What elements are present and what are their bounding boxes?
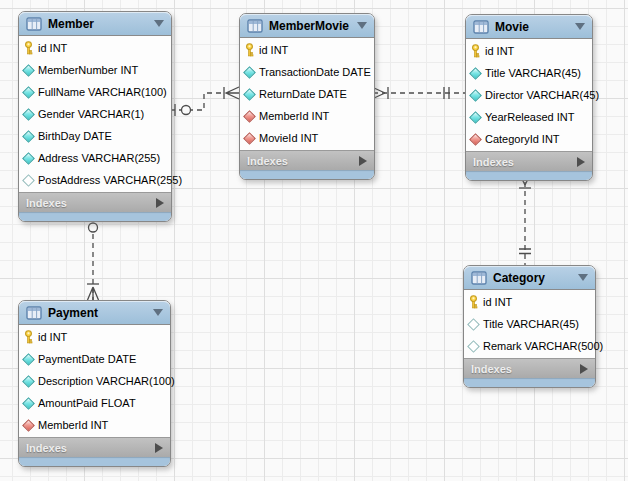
column-row[interactable]: Address VARCHAR(255) bbox=[19, 147, 171, 169]
table-icon bbox=[26, 306, 42, 320]
relationship-member-payment[interactable] bbox=[87, 216, 99, 300]
indexes-footer[interactable]: Indexes bbox=[19, 192, 171, 212]
table-movie[interactable]: Movie id INT Title VARCHAR(45) Director … bbox=[465, 14, 593, 181]
column-row[interactable]: AmountPaid FLOAT bbox=[19, 392, 170, 414]
expand-arrow-icon[interactable] bbox=[577, 157, 585, 167]
indexes-footer[interactable]: Indexes bbox=[240, 150, 374, 170]
expand-arrow-icon[interactable] bbox=[156, 198, 164, 208]
column-row[interactable]: PaymentDate DATE bbox=[19, 348, 170, 370]
indexes-footer[interactable]: Indexes bbox=[466, 151, 592, 171]
table-icon bbox=[247, 19, 263, 33]
table-payment[interactable]: Payment id INT PaymentDate DATE Descript… bbox=[18, 300, 171, 467]
collapse-arrow-icon[interactable] bbox=[153, 309, 163, 316]
indexes-label: Indexes bbox=[473, 156, 577, 168]
column-label: id INT bbox=[38, 331, 67, 343]
column-list: id INT PaymentDate DATE Description VARC… bbox=[19, 325, 170, 437]
column-row[interactable]: id INT bbox=[19, 37, 171, 59]
table-title: Movie bbox=[495, 20, 569, 34]
column-label: id INT bbox=[38, 42, 67, 54]
table-icon bbox=[471, 271, 487, 285]
eer-diagram-canvas: Member id INT MemberNumber INT FullName … bbox=[0, 0, 628, 481]
table-header[interactable]: Payment bbox=[19, 301, 170, 325]
column-label: Address VARCHAR(255) bbox=[38, 152, 160, 164]
column-notnull-icon bbox=[22, 108, 35, 121]
column-row[interactable]: Gender VARCHAR(1) bbox=[19, 103, 171, 125]
column-row[interactable]: MemberNumber INT bbox=[19, 59, 171, 81]
column-row[interactable]: id INT bbox=[240, 39, 374, 61]
column-label: AmountPaid FLOAT bbox=[38, 397, 136, 409]
column-notnull-icon bbox=[469, 67, 482, 80]
column-row[interactable]: BirthDay DATE bbox=[19, 125, 171, 147]
column-row[interactable]: Remark VARCHAR(500) bbox=[464, 335, 595, 357]
column-list: id INT Title VARCHAR(45) Remark VARCHAR(… bbox=[464, 290, 595, 358]
column-notnull-icon bbox=[469, 89, 482, 102]
column-row[interactable]: Title VARCHAR(45) bbox=[466, 62, 592, 84]
column-row[interactable]: Title VARCHAR(45) bbox=[464, 313, 595, 335]
expand-arrow-icon[interactable] bbox=[580, 364, 588, 374]
table-category[interactable]: Category id INT Title VARCHAR(45) Remark… bbox=[463, 265, 596, 388]
table-title: MemberMovie bbox=[269, 19, 351, 33]
table-header[interactable]: Category bbox=[464, 266, 595, 290]
primary-key-icon bbox=[23, 330, 34, 344]
column-label: PostAddress VARCHAR(255) bbox=[38, 174, 182, 186]
column-row[interactable]: TransactionDate DATE bbox=[240, 61, 374, 83]
column-list: id INT MemberNumber INT FullName VARCHAR… bbox=[19, 36, 171, 192]
table-header[interactable]: MemberMovie bbox=[240, 14, 374, 38]
column-row[interactable]: id INT bbox=[19, 326, 170, 348]
indexes-footer[interactable]: Indexes bbox=[464, 358, 595, 378]
table-header[interactable]: Movie bbox=[466, 15, 592, 39]
column-row[interactable]: id INT bbox=[466, 40, 592, 62]
column-row[interactable]: CategoryId INT bbox=[466, 128, 592, 150]
primary-key-icon bbox=[244, 43, 255, 57]
column-foreign-key-icon bbox=[22, 419, 35, 432]
column-list: id INT Title VARCHAR(45) Director VARCHA… bbox=[466, 39, 592, 151]
column-label: BirthDay DATE bbox=[38, 130, 112, 142]
expand-arrow-icon[interactable] bbox=[359, 156, 367, 166]
column-row[interactable]: FullName VARCHAR(100) bbox=[19, 81, 171, 103]
column-label: Title VARCHAR(45) bbox=[485, 67, 581, 79]
column-notnull-icon bbox=[22, 353, 35, 366]
column-notnull-icon bbox=[22, 397, 35, 410]
relationship-membermovie-movie[interactable] bbox=[373, 87, 465, 99]
column-row[interactable]: MemberId INT bbox=[240, 105, 374, 127]
column-nullable-icon bbox=[467, 340, 480, 353]
column-label: id INT bbox=[483, 296, 512, 308]
table-membermovie[interactable]: MemberMovie id INT TransactionDate DATE … bbox=[239, 13, 375, 180]
relationship-movie-category[interactable] bbox=[519, 173, 531, 265]
collapse-arrow-icon[interactable] bbox=[575, 23, 585, 30]
column-row[interactable]: PostAddress VARCHAR(255) bbox=[19, 169, 171, 191]
column-row[interactable]: Description VARCHAR(100) bbox=[19, 370, 170, 392]
column-row[interactable]: YearReleased INT bbox=[466, 106, 592, 128]
column-foreign-key-icon bbox=[243, 132, 256, 145]
column-row[interactable]: MovieId INT bbox=[240, 127, 374, 149]
primary-key-icon bbox=[470, 44, 481, 58]
table-header[interactable]: Member bbox=[19, 12, 171, 36]
column-notnull-icon bbox=[22, 64, 35, 77]
table-member[interactable]: Member id INT MemberNumber INT FullName … bbox=[18, 11, 172, 222]
column-notnull-icon bbox=[22, 130, 35, 143]
column-notnull-icon bbox=[243, 88, 256, 101]
indexes-footer[interactable]: Indexes bbox=[19, 437, 170, 457]
collapse-arrow-icon[interactable] bbox=[357, 22, 367, 29]
column-label: Remark VARCHAR(500) bbox=[483, 340, 603, 352]
column-notnull-icon bbox=[22, 152, 35, 165]
column-row[interactable]: ReturnDate DATE bbox=[240, 83, 374, 105]
primary-key-icon bbox=[468, 295, 479, 309]
column-row[interactable]: id INT bbox=[464, 291, 595, 313]
column-label: CategoryId INT bbox=[485, 133, 560, 145]
column-label: ReturnDate DATE bbox=[259, 88, 347, 100]
column-notnull-icon bbox=[22, 375, 35, 388]
expand-arrow-icon[interactable] bbox=[155, 443, 163, 453]
column-label: PaymentDate DATE bbox=[38, 353, 136, 365]
column-label: Gender VARCHAR(1) bbox=[38, 108, 144, 120]
column-notnull-icon bbox=[243, 66, 256, 79]
collapse-arrow-icon[interactable] bbox=[154, 20, 164, 27]
column-row[interactable]: MemberId INT bbox=[19, 414, 170, 436]
relationship-member-membermovie[interactable] bbox=[170, 87, 239, 116]
column-row[interactable]: Director VARCHAR(45) bbox=[466, 84, 592, 106]
indexes-label: Indexes bbox=[247, 155, 359, 167]
column-notnull-icon bbox=[469, 111, 482, 124]
table-bottom-strip bbox=[466, 171, 592, 180]
collapse-arrow-icon[interactable] bbox=[578, 274, 588, 281]
table-title: Payment bbox=[48, 306, 147, 320]
